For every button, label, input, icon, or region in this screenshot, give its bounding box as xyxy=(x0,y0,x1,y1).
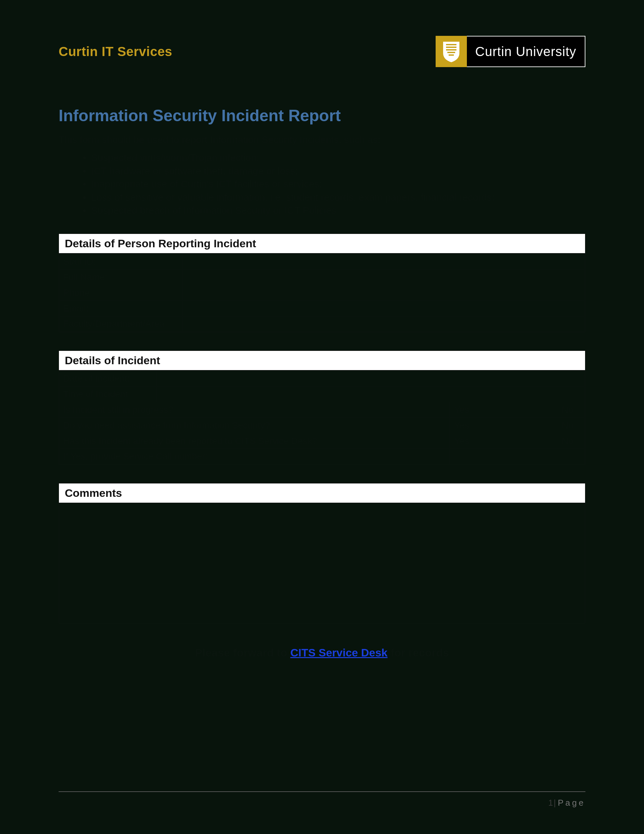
table-row: Time of Incident: xyxy=(59,386,585,402)
page-footer: 1|Page xyxy=(59,791,585,808)
option-yes[interactable]: Yes xyxy=(450,418,557,433)
university-name: Curtin University xyxy=(467,36,585,67)
table-row: If Yes, provide Service Call number: xyxy=(59,449,585,465)
field-full-name[interactable] xyxy=(182,270,585,285)
label-faculty: Faculty/Department/Area: xyxy=(59,316,182,332)
option-no[interactable]: No xyxy=(557,433,585,449)
label-q-reported: Has this Incident already been reported … xyxy=(59,433,450,449)
list-item: Loss of sensitive or valuable informatio… xyxy=(91,191,585,204)
table-row: Is Incident still in progress? Yes No xyxy=(59,402,585,418)
document-page: Curtin IT Services Curtin University Inf… xyxy=(0,0,644,834)
label-date: Date of Incident: xyxy=(59,371,157,386)
intro-text: This form should be used to report Infor… xyxy=(59,134,585,145)
svg-rect-3 xyxy=(447,52,455,53)
field-faculty[interactable] xyxy=(182,316,585,332)
label-q-assist: Do you need assistance from Information … xyxy=(59,418,450,433)
crest-icon xyxy=(436,36,467,67)
option-no[interactable]: No xyxy=(557,402,585,418)
section-header-comments: Comments xyxy=(59,483,585,503)
field-staff-id[interactable] xyxy=(182,254,585,270)
list-item: ICT hardware or software theft, damage o… xyxy=(91,165,585,178)
svg-rect-4 xyxy=(449,54,454,56)
table-row: Full Name: xyxy=(59,270,585,285)
university-logo: Curtin University xyxy=(436,36,585,67)
label-service-call: If Yes, provide Service Call number: xyxy=(59,449,450,465)
label-email: Email: xyxy=(59,301,182,316)
svg-rect-1 xyxy=(446,47,457,48)
document-title: Information Security Incident Report xyxy=(59,106,585,125)
field-time[interactable] xyxy=(157,386,585,402)
svg-rect-0 xyxy=(446,44,457,45)
list-item: Suspected breach of Information Security… xyxy=(91,204,585,217)
forward-prefix: Please forward to xyxy=(195,647,291,659)
label-staff-id: Staff ID: xyxy=(59,254,182,270)
service-desk-link[interactable]: CITS Service Desk xyxy=(291,647,388,659)
table-row: Has this Incident already been reported … xyxy=(59,433,585,449)
field-date[interactable] xyxy=(157,371,585,386)
header-row: Curtin IT Services Curtin University xyxy=(59,36,585,67)
table-row: Email: xyxy=(59,301,585,316)
table-row: Date of Incident: xyxy=(59,371,585,386)
reporter-table: Staff ID: Full Name: Phone: Email: Facul… xyxy=(59,254,585,332)
table-row: Staff ID: xyxy=(59,254,585,270)
list-item: Inappropriate use of Curtin's ICT facili… xyxy=(91,178,585,191)
section-header-reporter: Details of Person Reporting Incident xyxy=(59,234,585,254)
svg-rect-2 xyxy=(446,49,457,50)
list-item: Suspected virus/worm/Trojan infection; xyxy=(91,151,585,165)
table-row: Do you need assistance from Information … xyxy=(59,418,585,433)
comments-field[interactable] xyxy=(59,503,585,624)
incident-table: Date of Incident: Time of Incident: Is I… xyxy=(59,370,585,465)
intro-list: Suspected virus/worm/Trojan infection; I… xyxy=(59,151,585,217)
section-header-incident: Details of Incident xyxy=(59,351,585,370)
page-number: 1|Page xyxy=(59,798,585,808)
footer-rule xyxy=(59,791,585,792)
label-phone: Phone: xyxy=(59,285,182,301)
label-q-progress: Is Incident still in progress? xyxy=(59,402,450,418)
forward-instruction: Please forward to CITS Service Desk for … xyxy=(59,647,585,659)
department-title: Curtin IT Services xyxy=(59,44,172,59)
label-time: Time of Incident: xyxy=(59,386,157,402)
option-yes[interactable]: Yes xyxy=(450,402,557,418)
field-phone[interactable] xyxy=(182,285,585,301)
field-email[interactable] xyxy=(182,301,585,316)
field-service-call[interactable] xyxy=(450,449,585,465)
option-yes[interactable]: Yes xyxy=(450,433,557,449)
option-no[interactable]: No xyxy=(557,418,585,433)
forward-suffix: for records xyxy=(387,647,449,659)
table-row: Phone: xyxy=(59,285,585,301)
table-row: Faculty/Department/Area: xyxy=(59,316,585,332)
label-full-name: Full Name: xyxy=(59,270,182,285)
